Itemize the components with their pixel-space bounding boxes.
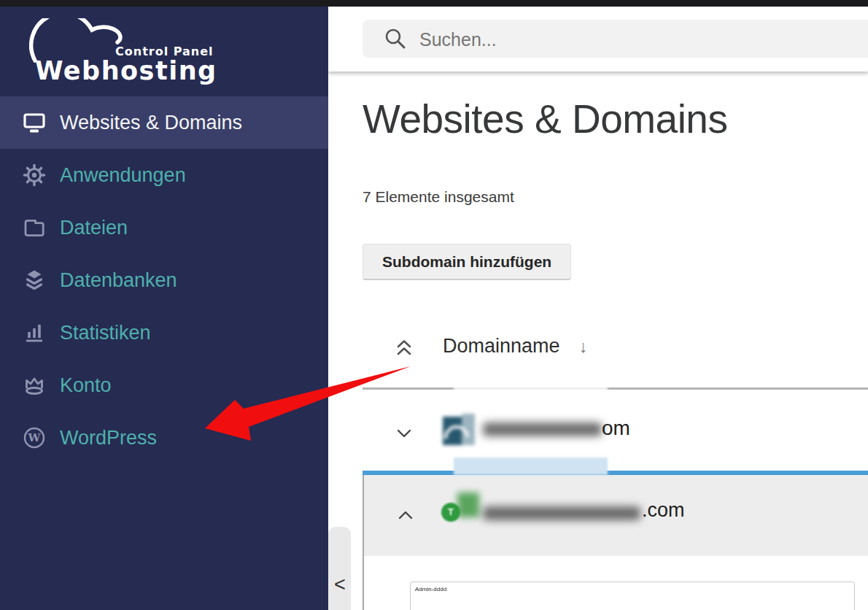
collapse-all-icon[interactable]: [396, 339, 412, 358]
sidebar-collapse-handle[interactable]: <: [328, 527, 351, 610]
sidebar-item-label: Anwendungen: [60, 164, 186, 187]
folder-icon: [22, 215, 47, 240]
search-input[interactable]: [418, 20, 862, 59]
blurred-domain-name: [483, 422, 602, 436]
sidebar-item-datenbanken[interactable]: Datenbanken: [0, 254, 328, 306]
table-row-selected[interactable]: T .com: [363, 475, 868, 556]
domain-favicon-blurred: [443, 414, 475, 445]
sidebar-item-label: Dateien: [60, 217, 128, 239]
sidebar-item-label: Websites & Domains: [60, 112, 242, 134]
chevron-left-icon: <: [334, 575, 346, 595]
search-icon: [384, 28, 408, 51]
table-header-divider: [363, 387, 868, 390]
admin-info-box: Admin-dddd: [410, 582, 855, 610]
wordpress-icon: W: [22, 425, 47, 450]
sidebar: Control Panel Webhosting Websites & Doma…: [0, 7, 328, 610]
top-header: [328, 7, 868, 72]
domain-name-suffix[interactable]: om: [602, 417, 630, 440]
database-icon: [22, 268, 47, 293]
stats-icon: [22, 320, 47, 345]
sidebar-item-wordpress[interactable]: W WordPress: [0, 412, 328, 464]
sidebar-item-label: Konto: [60, 374, 112, 397]
sort-descending-icon: ↓: [579, 337, 588, 357]
domain-name-suffix[interactable]: .com: [642, 499, 685, 522]
items-total-count: 7 Elemente insgesamt: [363, 188, 514, 206]
crown-icon: [22, 373, 47, 398]
sidebar-item-dateien[interactable]: Dateien: [0, 201, 328, 254]
sidebar-item-statistiken[interactable]: Statistiken: [0, 306, 328, 359]
webhosting-logo: Control Panel Webhosting: [29, 18, 255, 91]
sidebar-item-label: Datenbanken: [60, 269, 177, 292]
domain-favicon-blurred: T: [441, 493, 479, 529]
sidebar-item-label: WordPress: [60, 427, 157, 449]
monitor-icon: [22, 110, 47, 135]
page-title: Websites & Domains: [363, 96, 727, 142]
row-collapse-chevron-up-icon[interactable]: [398, 509, 414, 522]
sidebar-nav: Websites & Domains Anwendungen: [0, 96, 328, 464]
blurred-overlay-strip: [454, 458, 608, 475]
admin-info-label: Admin-dddd: [415, 586, 446, 592]
sidebar-item-websites-domains[interactable]: Websites & Domains: [0, 96, 328, 149]
sidebar-item-konto[interactable]: Konto: [0, 359, 328, 412]
sidebar-item-anwendungen[interactable]: Anwendungen: [0, 149, 328, 201]
svg-text:W: W: [28, 431, 42, 444]
row-expand-chevron-down-icon[interactable]: [396, 427, 412, 440]
column-header-domainname[interactable]: Domainname: [443, 335, 560, 358]
sidebar-item-label: Statistiken: [60, 322, 151, 344]
add-subdomain-button[interactable]: Subdomain hinzufügen: [363, 244, 571, 280]
search-bar[interactable]: [363, 20, 868, 58]
app-window: Control Panel Webhosting Websites & Doma…: [0, 0, 868, 610]
blurred-domain-name: [483, 506, 640, 520]
top-strip: [0, 0, 868, 7]
main-area: Websites & Domains 7 Elemente insgesamt …: [328, 7, 868, 610]
logo-title: Webhosting: [35, 56, 217, 85]
expanded-row-panel: Admin-dddd: [363, 556, 868, 610]
gear-icon: [22, 163, 47, 188]
